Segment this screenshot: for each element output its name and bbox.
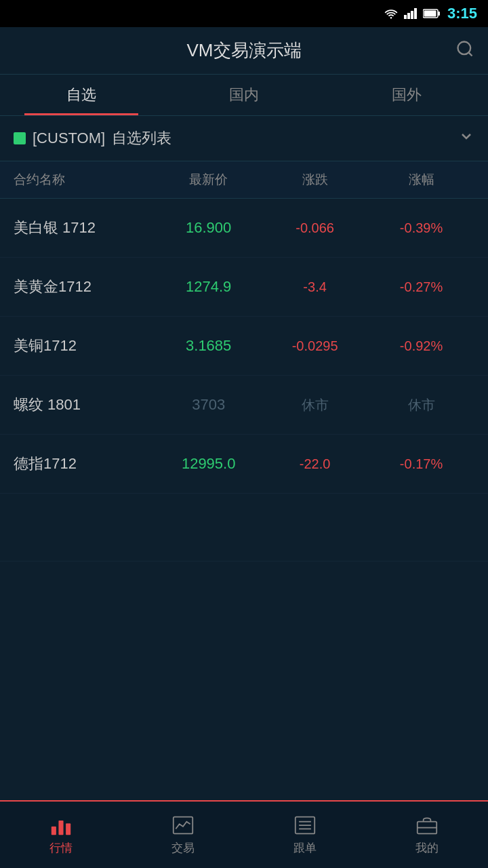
row-change: -0.0295: [262, 338, 368, 354]
row-pct: -0.39%: [368, 220, 474, 236]
row-name: 美铜1712: [14, 336, 155, 356]
table-body: 美白银 1712 16.900 -0.066 -0.39% 美黄金1712 12…: [0, 199, 488, 494]
section-indicator: [14, 132, 26, 144]
svg-rect-3: [414, 8, 417, 19]
tab-overseas[interactable]: 国外: [325, 75, 488, 115]
col-header-pct: 涨幅: [368, 171, 474, 189]
app-title: VM交易演示端: [187, 39, 302, 62]
row-price: 12995.0: [155, 455, 262, 473]
svg-rect-9: [52, 826, 56, 834]
col-header-price: 最新价: [155, 171, 262, 189]
status-time: 3:15: [447, 5, 477, 22]
row-change: 休市: [262, 396, 368, 414]
svg-rect-6: [424, 11, 436, 17]
row-pct: -0.92%: [368, 338, 474, 354]
row-price: 3703: [155, 396, 262, 414]
app-header: VM交易演示端: [0, 27, 488, 75]
battery-icon: [423, 9, 441, 18]
row-pct: -0.27%: [368, 279, 474, 295]
table-row[interactable]: 美铜1712 3.1685 -0.0295 -0.92%: [0, 317, 488, 376]
section-label: [CUSTOM] 自选列表: [14, 128, 171, 149]
table-header: 合约名称 最新价 涨跌 涨幅: [0, 161, 488, 199]
briefcase-icon: [416, 814, 438, 836]
section-title: 自选列表: [112, 128, 171, 149]
tab-domestic[interactable]: 国内: [163, 75, 325, 115]
bottom-nav: 行情 交易 跟单 我的: [0, 800, 488, 868]
svg-rect-10: [58, 820, 63, 834]
nav-market[interactable]: 行情: [0, 809, 122, 861]
list-icon: [294, 814, 316, 836]
table-row[interactable]: 美黄金1712 1274.9 -3.4 -0.27%: [0, 258, 488, 317]
table-row[interactable]: 美白银 1712 16.900 -0.066 -0.39%: [0, 199, 488, 258]
search-button[interactable]: [455, 39, 474, 62]
row-pct: -0.17%: [368, 456, 474, 472]
chevron-down-icon[interactable]: [458, 128, 474, 149]
nav-market-label: 行情: [49, 840, 73, 856]
row-price: 1274.9: [155, 278, 262, 296]
row-name: 美白银 1712: [14, 218, 155, 238]
row-change: -3.4: [262, 279, 368, 295]
row-name: 美黄金1712: [14, 277, 155, 297]
empty-row: [0, 494, 488, 561]
svg-point-7: [458, 41, 471, 54]
row-price: 16.900: [155, 219, 262, 237]
search-icon: [455, 39, 474, 58]
section-tag: [CUSTOM]: [33, 130, 105, 147]
tab-custom[interactable]: 自选: [0, 75, 163, 115]
table-row[interactable]: 螺纹 1801 3703 休市 休市: [0, 376, 488, 435]
nav-orders-label: 跟单: [293, 840, 317, 856]
bar-chart-icon: [50, 814, 72, 836]
svg-line-8: [468, 52, 472, 56]
row-change: -22.0: [262, 456, 368, 472]
nav-profile-label: 我的: [415, 840, 439, 856]
svg-rect-1: [407, 13, 410, 19]
svg-rect-0: [404, 15, 407, 19]
svg-rect-12: [174, 816, 192, 833]
row-name: 德指1712: [14, 454, 155, 474]
chart-line-icon: [172, 814, 194, 836]
nav-profile[interactable]: 我的: [366, 809, 488, 861]
col-header-change: 涨跌: [262, 171, 368, 189]
wifi-icon: [384, 8, 399, 19]
tab-bar: 自选 国内 国外: [0, 75, 488, 116]
status-bar: 3:15: [0, 0, 488, 27]
nav-trade[interactable]: 交易: [122, 809, 244, 861]
row-price: 3.1685: [155, 337, 262, 355]
col-header-name: 合约名称: [14, 171, 155, 189]
table-row[interactable]: 德指1712 12995.0 -22.0 -0.17%: [0, 435, 488, 494]
row-change: -0.066: [262, 220, 368, 236]
signal-icon: [404, 8, 418, 19]
svg-rect-2: [411, 11, 413, 19]
nav-trade-label: 交易: [171, 840, 195, 856]
section-header[interactable]: [CUSTOM] 自选列表: [0, 116, 488, 161]
svg-rect-5: [438, 12, 440, 16]
status-icons: [384, 8, 441, 19]
row-pct: 休市: [368, 396, 474, 414]
row-name: 螺纹 1801: [14, 395, 155, 415]
svg-rect-11: [66, 823, 70, 835]
nav-orders[interactable]: 跟单: [244, 809, 366, 861]
